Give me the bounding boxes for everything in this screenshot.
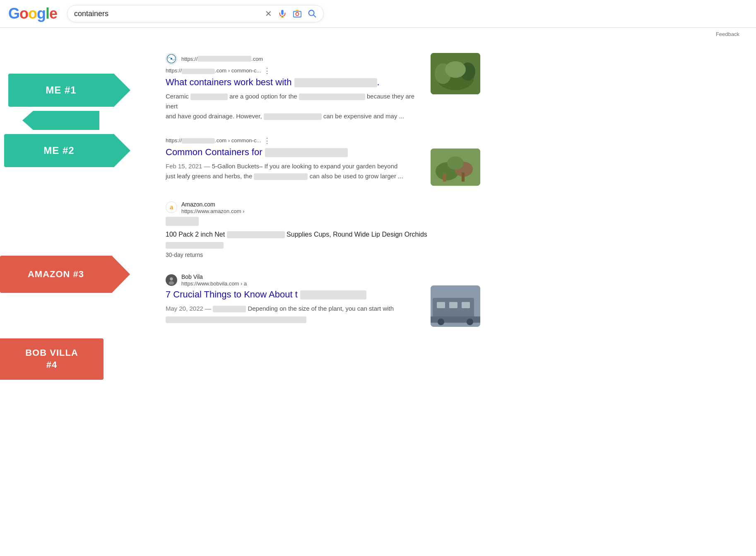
result-2-more-options[interactable]: ⋮ xyxy=(263,136,271,145)
svg-rect-0 xyxy=(281,10,284,15)
result-3-rating xyxy=(166,240,480,250)
result-3-returns: 30-day returns xyxy=(166,252,480,258)
result-1-source: https:// .com xyxy=(166,53,422,65)
result-1-more-options[interactable]: ⋮ xyxy=(263,66,271,75)
svg-rect-26 xyxy=(449,302,457,308)
thumbnail-2-image xyxy=(431,149,480,186)
result-4-favicon xyxy=(166,274,177,286)
result-3-source-url: https://www.amazon.com › xyxy=(181,208,244,214)
result-2-snippet: Feb 15, 2021 — 5-Gallon Buckets– If you … xyxy=(166,161,422,181)
search-button[interactable] xyxy=(308,9,317,18)
arrow-amazon-label: AMAZON #3 xyxy=(28,269,84,280)
svg-rect-25 xyxy=(437,302,445,308)
result-3-source-name: Amazon.com xyxy=(181,201,215,208)
result-2-title[interactable]: Common Containers for xyxy=(166,146,422,159)
result-item: a Amazon.com https://www.amazon.com › 10… xyxy=(166,201,480,258)
result-2-thumbnail xyxy=(431,149,480,186)
arrow-me2: ME #2 xyxy=(4,134,114,167)
result-item: Bob Vila https://www.bobvila.com › a 7 C… xyxy=(166,273,480,327)
svg-line-6 xyxy=(313,15,315,17)
google-logo: Google xyxy=(8,5,57,22)
voice-search-button[interactable] xyxy=(278,9,287,18)
feedback-bar: Feedback xyxy=(0,28,756,41)
svg-point-21 xyxy=(170,277,173,280)
result-3-source: a Amazon.com https://www.amazon.com › xyxy=(166,201,480,214)
svg-point-17 xyxy=(447,156,464,170)
lens-button[interactable] xyxy=(293,9,302,18)
result-4-source: Bob Vila https://www.bobvila.com › a xyxy=(166,273,422,287)
arrow-me2-label: ME #2 xyxy=(43,145,74,156)
arrow-bob-label: BOB VILLA#4 xyxy=(25,347,78,371)
result-1-url-row: https://.com › common-c... ⋮ xyxy=(166,66,422,75)
svg-point-4 xyxy=(296,12,299,15)
result-4-source-url: https://www.bobvila.com › a xyxy=(181,280,247,287)
arrow-amazon: AMAZON #3 xyxy=(0,256,112,293)
result-4-thumbnail xyxy=(431,285,480,327)
svg-rect-27 xyxy=(462,302,470,308)
search-input[interactable] xyxy=(74,10,261,18)
result-1-url: https:// .com xyxy=(181,56,263,62)
result-2-url-row: https://.com › common-c... ⋮ xyxy=(166,136,422,145)
microphone-icon xyxy=(278,9,287,18)
result-item: https://.com › common-c... ⋮ Common Cont… xyxy=(166,136,480,186)
bob-vila-avatar-icon xyxy=(167,276,176,285)
header: Google ✕ xyxy=(0,0,756,28)
arrows-column: ME #1 ME #2 AMAZON xyxy=(0,49,141,358)
svg-point-13 xyxy=(445,61,466,78)
result-4-title[interactable]: 7 Crucial Things to Know About t xyxy=(166,288,422,301)
result-item: https:// .com https://.com › common-c...… xyxy=(166,53,480,121)
search-icon xyxy=(308,9,317,18)
result-1-snippet: Ceramic are a good option for the becaus… xyxy=(166,91,422,121)
arrow-me1: ME #1 xyxy=(8,74,114,107)
result-1-favicon xyxy=(166,53,177,65)
result-1-title[interactable]: What containers work best with . xyxy=(166,76,422,89)
thumbnail-1-image xyxy=(431,53,480,94)
feedback-label[interactable]: Feedback xyxy=(716,31,739,37)
result-3-favicon: a xyxy=(166,201,177,213)
search-bar[interactable]: ✕ xyxy=(67,5,324,22)
result-1-thumbnail xyxy=(431,53,480,94)
result-3-product-title: 100 Pack 2 inch Net Supplies Cups, Round… xyxy=(166,231,480,238)
svg-rect-19 xyxy=(462,173,465,182)
camera-icon xyxy=(293,9,302,18)
result-4-source-name: Bob Vila xyxy=(181,273,203,280)
svg-rect-18 xyxy=(443,173,446,182)
thumbnail-3-image xyxy=(431,285,480,327)
svg-point-29 xyxy=(438,319,444,325)
result-4-snippet: May 20, 2022 — Depending on the size of … xyxy=(166,304,422,324)
arrow-bob: BOB VILLA#4 xyxy=(0,338,104,380)
main-content: ME #1 ME #2 AMAZON xyxy=(0,41,756,358)
wordpress-icon xyxy=(167,54,176,63)
results-column: https:// .com https://.com › common-c...… xyxy=(141,49,497,358)
svg-point-30 xyxy=(467,319,473,325)
arrow-me1-label: ME #1 xyxy=(46,84,76,96)
close-icon: ✕ xyxy=(265,9,272,19)
amazon-product-badge xyxy=(166,217,199,226)
clear-button[interactable]: ✕ xyxy=(265,9,272,19)
